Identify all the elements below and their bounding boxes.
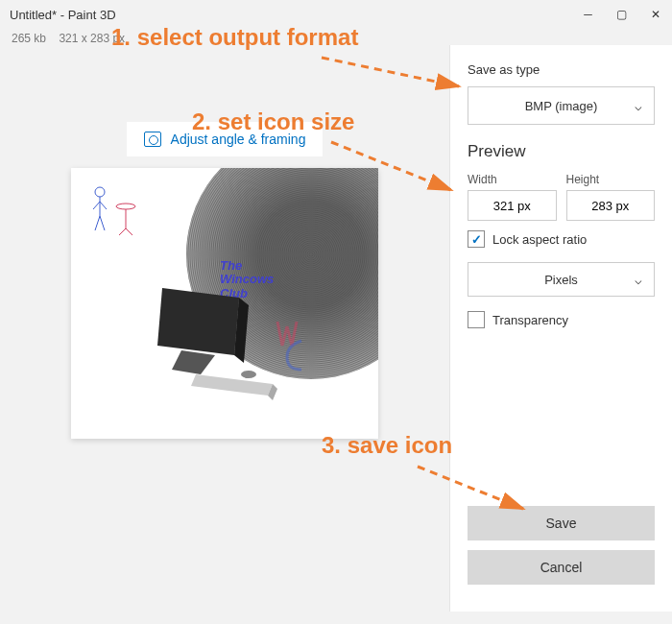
svg-point-8 (241, 371, 256, 378)
image-dims: 321 x 283 px (59, 32, 125, 45)
width-label: Width (468, 173, 557, 186)
doodle-illustration (85, 182, 138, 240)
file-size: 265 kb (12, 32, 46, 45)
chevron-down-icon: ⌵ (635, 99, 642, 113)
lock-ratio-checkbox[interactable]: ✓ (468, 230, 485, 248)
window-controls: ─ ▢ ✕ (571, 0, 672, 29)
window-title: Untitled* - Paint 3D (10, 8, 116, 22)
close-button[interactable]: ✕ (638, 0, 672, 29)
canvas-preview: The Wincows Club (71, 168, 378, 439)
transparency-label: Transparency (492, 313, 568, 327)
format-dropdown[interactable]: BMP (image) ⌵ (468, 86, 655, 125)
transparency-checkbox[interactable] (468, 311, 485, 328)
height-label: Height (566, 173, 656, 186)
svg-marker-6 (191, 374, 273, 396)
camera-icon (144, 132, 161, 147)
status-bar: 265 kb 321 x 283 px (0, 29, 672, 45)
cancel-button[interactable]: Cancel (468, 550, 655, 585)
svg-marker-5 (172, 350, 215, 374)
units-value: Pixels (544, 273, 578, 287)
width-input[interactable] (468, 190, 557, 221)
svg-marker-3 (157, 288, 239, 355)
svg-point-0 (95, 187, 105, 197)
save-as-type-label: Save as type (468, 62, 655, 77)
save-button[interactable]: Save (468, 506, 655, 540)
wc-sketch (273, 317, 316, 374)
lock-ratio-label: Lock aspect ratio (492, 232, 587, 247)
chevron-down-icon: ⌵ (635, 273, 642, 287)
height-input[interactable] (566, 190, 656, 221)
adjust-angle-button[interactable]: Adjust angle & framing (127, 122, 324, 156)
adjust-label: Adjust angle & framing (171, 132, 306, 147)
save-sidebar: Save as type BMP (image) ⌵ Preview Width… (449, 45, 672, 612)
svg-point-1 (116, 204, 135, 209)
canvas-area: Adjust angle & framing The Wincows Club (0, 45, 449, 612)
preview-heading: Preview (468, 142, 655, 161)
minimize-button[interactable]: ─ (571, 0, 605, 29)
format-value: BMP (image) (525, 99, 598, 113)
units-dropdown[interactable]: Pixels ⌵ (468, 262, 655, 297)
computer-illustration (143, 278, 287, 413)
maximize-button[interactable]: ▢ (605, 0, 638, 29)
